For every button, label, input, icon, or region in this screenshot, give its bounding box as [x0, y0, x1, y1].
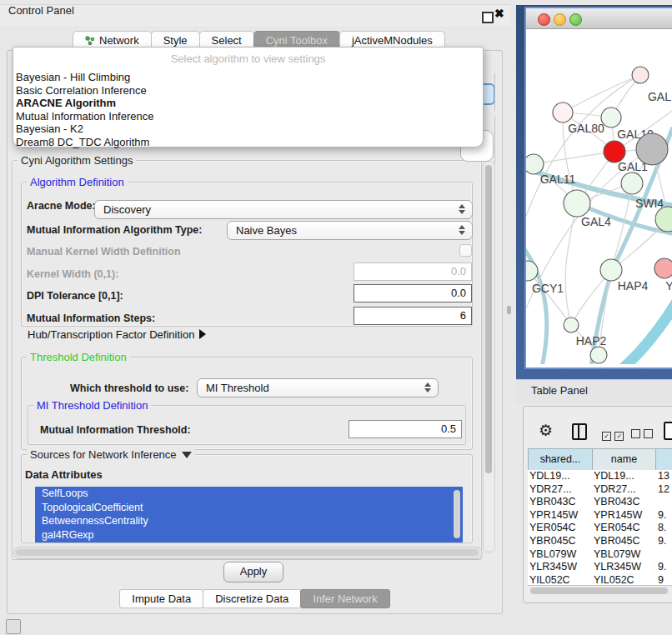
node-table: shared... name YDL19...YDL19...13YDR27..…: [528, 448, 672, 595]
network-node-swi4[interactable]: [621, 172, 643, 194]
mi-threshold-label: Mutual Information Threshold:: [40, 424, 191, 436]
algorithm-option[interactable]: Basic Correlation Inference: [13, 84, 483, 98]
split-view-icon[interactable]: [572, 423, 587, 440]
table-row[interactable]: YBR045CYBR045C9.: [528, 535, 672, 548]
table-hscrollbar-thumb[interactable]: [530, 588, 668, 594]
table-cell: YDL19...: [529, 470, 570, 483]
spinner-arrows-icon: [424, 382, 432, 392]
settings-hscrollbar-thumb[interactable]: [16, 549, 479, 556]
data-attribute-item[interactable]: SelfLoops: [35, 487, 463, 501]
float-panel-icon[interactable]: [482, 12, 494, 23]
document-icon[interactable]: [664, 422, 672, 440]
algorithm-option[interactable]: Bayesian - Hill Climbing: [13, 71, 483, 84]
settings-hscrollbar[interactable]: [13, 547, 483, 559]
minimize-traffic-light-icon[interactable]: [554, 13, 566, 26]
which-threshold-label: Which threshold to use:: [70, 382, 188, 394]
kernel-width-field[interactable]: 0.0: [354, 262, 472, 281]
table-cell: 9.: [658, 509, 666, 522]
dpi-tolerance-field[interactable]: 0.0: [354, 284, 472, 302]
hidden-groupbox-edge: [494, 73, 495, 111]
bottom-tabbar: Impute DataDiscretize DataInfer Network: [0, 589, 510, 608]
deselect-all-columns-icon[interactable]: [631, 427, 653, 442]
mi-type-value: Naive Bayes: [236, 224, 297, 237]
application-window: Control Panel ✖ NetworkStyleSelectCyni T…: [0, 0, 672, 635]
table-cell: YPR145W: [594, 509, 642, 522]
panel-resize-handle[interactable]: [507, 306, 511, 314]
network-node-gal[interactable]: [632, 67, 649, 83]
zoom-traffic-light-icon[interactable]: [569, 13, 582, 26]
which-threshold-combobox[interactable]: MI Threshold: [197, 378, 439, 398]
algorithm-option[interactable]: Bayesian - K2: [13, 122, 483, 136]
data-attributes-list[interactable]: SelfLoopsTopologicalCoefficientBetweenne…: [35, 487, 463, 542]
mi-steps-field[interactable]: 6: [354, 307, 472, 325]
algorithm-option[interactable]: ARACNE Algorithm: [13, 97, 483, 110]
network-node-hap4[interactable]: [600, 259, 622, 281]
bottom-tab-discretize-data[interactable]: Discretize Data: [203, 589, 301, 608]
close-panel-icon[interactable]: ✖: [494, 7, 504, 20]
node-label: GCY1: [532, 282, 564, 295]
aracne-mode-value: Discovery: [103, 203, 151, 216]
mi-type-combobox[interactable]: Naive Bayes: [227, 221, 473, 240]
table-cell: 8.: [658, 522, 666, 535]
network-window[interactable]: GALGAL80GAL10GAL1GAL11SWI4GAL4GCY1HAP4YH…: [524, 7, 672, 369]
table-cell: YLR345W: [529, 561, 577, 574]
dropdown-placeholder: Select algorithm to view settings: [13, 52, 483, 65]
aracne-mode-combobox[interactable]: Discovery: [94, 200, 473, 219]
aracne-mode-label: Aracne Mode:: [27, 200, 96, 212]
network-node-gal11[interactable]: [526, 154, 544, 174]
data-attribute-item[interactable]: gal4RGexp: [35, 528, 463, 542]
data-attribute-item[interactable]: BetweennessCentrality: [35, 514, 463, 528]
attributes-scrollbar-thumb[interactable]: [454, 490, 460, 538]
table-row[interactable]: YER054CYER054C8.: [528, 522, 672, 535]
which-threshold-value: MI Threshold: [206, 382, 269, 394]
expand-right-icon: [199, 329, 206, 339]
table-cell: YER054C: [594, 522, 640, 535]
network-node-gal10[interactable]: [601, 108, 621, 128]
gear-icon[interactable]: ⚙: [539, 421, 553, 440]
manual-kernel-checkbox[interactable]: [459, 244, 472, 257]
minimized-panel-icon[interactable]: [6, 619, 21, 634]
sources-group-title[interactable]: Sources for Network Inference: [27, 448, 195, 461]
algorithm-option[interactable]: Mutual Information Inference: [13, 110, 483, 123]
table-cell: YBR043C: [594, 496, 640, 509]
settings-scrollbar[interactable]: [483, 161, 495, 552]
mi-threshold-field[interactable]: 0.5: [349, 420, 462, 438]
table-row[interactable]: YDR27...YDR27...12: [528, 483, 672, 497]
table-cell: 9.: [658, 535, 666, 548]
settings-scrollbar-thumb[interactable]: [485, 165, 492, 473]
table-row[interactable]: YBL079WYBL079W: [528, 548, 672, 562]
bottom-tab-infer-network[interactable]: Infer Network: [300, 589, 389, 608]
algorithm-dropdown-popup: Select algorithm to view settings Bayesi…: [13, 47, 484, 148]
select-all-columns-icon[interactable]: ✓ ✓: [602, 427, 624, 442]
table-cell: YBR043C: [529, 496, 576, 509]
control-panel-titlebar: [0, 4, 510, 28]
network-node[interactable]: [590, 347, 607, 363]
bottom-tab-impute-data[interactable]: Impute Data: [119, 589, 203, 608]
hub-section-toggle[interactable]: Hub/Transcription Factor Definition: [28, 328, 206, 341]
network-canvas[interactable]: GALGAL80GAL10GAL1GAL11SWI4GAL4GCY1HAP4YH…: [526, 29, 672, 364]
table-row[interactable]: YPR145WYPR145W9.: [528, 509, 672, 522]
table-hscrollbar[interactable]: [528, 585, 672, 597]
network-node[interactable]: [636, 133, 668, 165]
close-traffic-light-icon[interactable]: [538, 13, 550, 26]
table-row[interactable]: YLR345WYLR345W9.: [528, 561, 672, 574]
mi-threshold-definition-title: MI Threshold Definition: [33, 399, 151, 412]
table-panel-title: Table Panel: [531, 384, 588, 397]
algorithm-option[interactable]: Dream8 DC_TDC Algorithm: [13, 136, 483, 149]
network-node-gal80[interactable]: [553, 102, 573, 122]
table-row[interactable]: YBR043CYBR043C: [528, 496, 672, 509]
network-node-y[interactable]: [654, 258, 672, 278]
network-node-gcy1[interactable]: [526, 261, 538, 281]
column-header-shared-name[interactable]: shared...: [528, 448, 593, 471]
data-attribute-item[interactable]: TopologicalCoefficient: [35, 501, 463, 515]
network-node-gal4[interactable]: [564, 190, 590, 217]
network-window-titlebar[interactable]: [526, 8, 672, 29]
column-header-name[interactable]: name: [592, 448, 656, 471]
network-node[interactable]: [655, 207, 672, 232]
column-header-partial[interactable]: [655, 448, 672, 471]
apply-button[interactable]: Apply: [223, 562, 283, 582]
table-row[interactable]: YDL19...YDL19...13: [528, 470, 672, 483]
table-cell: YLR345W: [594, 561, 641, 574]
node-label: GAL80: [568, 122, 604, 135]
network-node-hap2[interactable]: [564, 318, 579, 332]
